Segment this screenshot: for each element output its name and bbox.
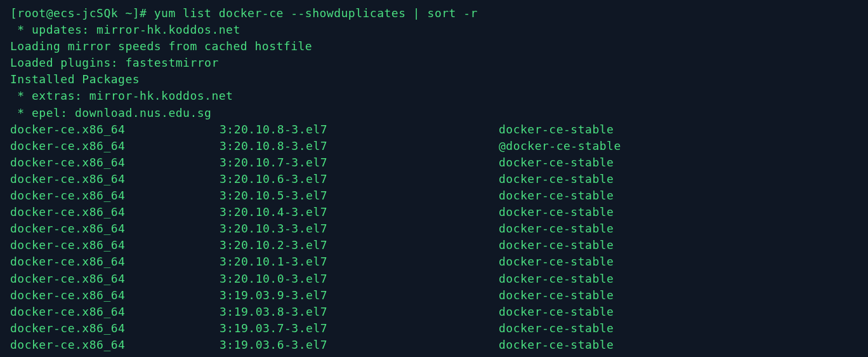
package-name: docker-ce.x86_64 bbox=[10, 121, 220, 138]
package-name: docker-ce.x86_64 bbox=[10, 187, 220, 204]
package-name: docker-ce.x86_64 bbox=[10, 154, 220, 171]
package-name: docker-ce.x86_64 bbox=[10, 287, 220, 304]
package-repo: docker-ce-stable bbox=[499, 204, 614, 220]
package-row: docker-ce.x86_643:19.03.6-3.el7docker-ce… bbox=[10, 337, 858, 353]
package-repo: docker-ce-stable bbox=[499, 187, 614, 204]
package-version: 3:19.03.8-3.el7 bbox=[220, 304, 499, 320]
package-row: docker-ce.x86_643:19.03.7-3.el7docker-ce… bbox=[10, 320, 858, 337]
output-line: Loading mirror speeds from cached hostfi… bbox=[10, 38, 858, 55]
package-repo: docker-ce-stable bbox=[499, 220, 614, 237]
package-version: 3:19.03.9-3.el7 bbox=[220, 287, 499, 304]
package-repo: docker-ce-stable bbox=[499, 154, 614, 171]
package-name: docker-ce.x86_64 bbox=[10, 271, 220, 287]
package-name: docker-ce.x86_64 bbox=[10, 204, 220, 220]
package-version: 3:20.10.3-3.el7 bbox=[220, 220, 499, 237]
package-name: docker-ce.x86_64 bbox=[10, 304, 220, 320]
package-name: docker-ce.x86_64 bbox=[10, 138, 220, 154]
package-list: docker-ce.x86_643:20.10.8-3.el7docker-ce… bbox=[10, 121, 858, 353]
package-version: 3:20.10.6-3.el7 bbox=[220, 171, 499, 187]
package-row: docker-ce.x86_643:19.03.8-3.el7docker-ce… bbox=[10, 304, 858, 320]
package-row: docker-ce.x86_643:20.10.6-3.el7docker-ce… bbox=[10, 171, 858, 187]
package-repo: docker-ce-stable bbox=[499, 337, 614, 353]
package-version: 3:20.10.4-3.el7 bbox=[220, 204, 499, 220]
package-version: 3:20.10.2-3.el7 bbox=[220, 237, 499, 253]
package-version: 3:19.03.6-3.el7 bbox=[220, 337, 499, 353]
package-row: docker-ce.x86_643:20.10.5-3.el7docker-ce… bbox=[10, 187, 858, 204]
terminal-output: [root@ecs-jcSQk ~]# yum list docker-ce -… bbox=[10, 5, 858, 353]
package-row: docker-ce.x86_643:20.10.8-3.el7@docker-c… bbox=[10, 138, 858, 154]
package-name: docker-ce.x86_64 bbox=[10, 237, 220, 253]
package-row: docker-ce.x86_643:20.10.1-3.el7docker-ce… bbox=[10, 253, 858, 270]
package-row: docker-ce.x86_643:20.10.2-3.el7docker-ce… bbox=[10, 237, 858, 253]
package-version: 3:20.10.8-3.el7 bbox=[220, 138, 499, 154]
package-repo: docker-ce-stable bbox=[499, 304, 614, 320]
output-line: * extras: mirror-hk.koddos.net bbox=[10, 88, 858, 104]
package-version: 3:20.10.8-3.el7 bbox=[220, 121, 499, 138]
package-name: docker-ce.x86_64 bbox=[10, 337, 220, 353]
package-version: 3:19.03.7-3.el7 bbox=[220, 320, 499, 337]
package-row: docker-ce.x86_643:20.10.0-3.el7docker-ce… bbox=[10, 271, 858, 287]
output-line: * epel: download.nus.edu.sg bbox=[10, 105, 858, 121]
command-prompt[interactable]: [root@ecs-jcSQk ~]# yum list docker-ce -… bbox=[10, 5, 858, 22]
output-line: Installed Packages bbox=[10, 71, 858, 88]
package-name: docker-ce.x86_64 bbox=[10, 253, 220, 270]
package-repo: docker-ce-stable bbox=[499, 271, 614, 287]
package-repo: docker-ce-stable bbox=[499, 237, 614, 253]
package-row: docker-ce.x86_643:20.10.8-3.el7docker-ce… bbox=[10, 121, 858, 138]
package-version: 3:20.10.5-3.el7 bbox=[220, 187, 499, 204]
package-version: 3:20.10.7-3.el7 bbox=[220, 154, 499, 171]
output-line: Loaded plugins: fastestmirror bbox=[10, 55, 858, 71]
package-repo: docker-ce-stable bbox=[499, 171, 614, 187]
package-version: 3:20.10.0-3.el7 bbox=[220, 271, 499, 287]
package-repo: docker-ce-stable bbox=[499, 287, 614, 304]
package-row: docker-ce.x86_643:20.10.4-3.el7docker-ce… bbox=[10, 204, 858, 220]
package-name: docker-ce.x86_64 bbox=[10, 171, 220, 187]
package-row: docker-ce.x86_643:20.10.3-3.el7docker-ce… bbox=[10, 220, 858, 237]
package-row: docker-ce.x86_643:19.03.9-3.el7docker-ce… bbox=[10, 287, 858, 304]
package-name: docker-ce.x86_64 bbox=[10, 320, 220, 337]
package-repo: docker-ce-stable bbox=[499, 121, 614, 138]
package-row: docker-ce.x86_643:20.10.7-3.el7docker-ce… bbox=[10, 154, 858, 171]
package-version: 3:20.10.1-3.el7 bbox=[220, 253, 499, 270]
package-repo: @docker-ce-stable bbox=[499, 138, 621, 154]
package-repo: docker-ce-stable bbox=[499, 253, 614, 270]
package-name: docker-ce.x86_64 bbox=[10, 220, 220, 237]
output-line: * updates: mirror-hk.koddos.net bbox=[10, 22, 858, 38]
package-repo: docker-ce-stable bbox=[499, 320, 614, 337]
